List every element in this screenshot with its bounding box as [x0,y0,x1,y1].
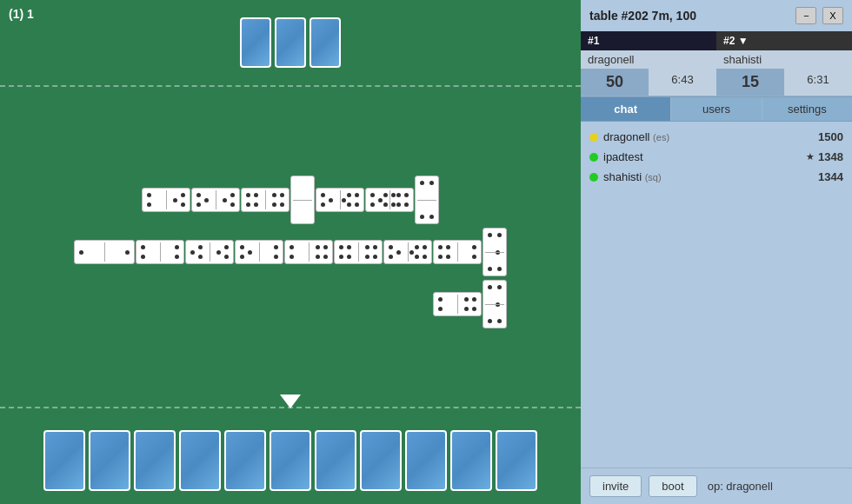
star-icon-ipadtest: ★ [806,151,815,162]
domino[interactable] [74,240,135,264]
player-card[interactable] [43,430,85,491]
minimize-button[interactable]: − [795,7,816,24]
user-row-ipadtest: ipadtest ★ 1348 [584,147,849,167]
table-info: table #202 7m, 100 [589,9,696,23]
player-card[interactable] [405,430,447,491]
p1-time-cell: 6:43 [649,69,716,96]
user-rating-shahisti: 1344 [818,170,843,183]
players-names-row: dragonell shahisti [581,50,852,69]
user-row-shahisti: shahisti (sq) 1344 [584,167,849,187]
domino-board [74,176,507,328]
domino[interactable] [383,240,432,264]
user-name-ipadtest: ipadtest [603,150,806,163]
player-hand [43,430,537,491]
title-bar: table #202 7m, 100 − X [581,0,852,31]
users-list: dragonell (es) 1500 ipadtest ★ 1348 shah… [581,122,852,468]
tab-settings[interactable]: settings [762,97,852,121]
player-card[interactable] [360,430,402,491]
user-rating-ipadtest: 1348 [818,150,843,163]
domino[interactable] [241,188,290,212]
p1-name-display: dragonell [581,50,716,69]
domino[interactable] [415,176,439,224]
player-card[interactable] [134,430,176,491]
tab-bar: chat users settings [581,96,852,122]
p1-header: #1 [581,31,716,50]
player-card[interactable] [315,430,356,491]
domino[interactable] [185,240,234,264]
board-row-1 [142,176,439,224]
opponent-cards [240,17,341,68]
board-area [9,96,572,408]
game-area: (1) 1 [0,0,581,504]
player-card[interactable] [224,430,266,491]
boot-button[interactable]: boot [649,475,696,497]
right-panel: table #202 7m, 100 − X #1 #2 ▼ dragonell… [581,0,852,504]
dashed-line-top [0,85,581,87]
domino[interactable] [290,176,315,224]
board-row-3 [74,280,507,328]
board-row-2 [74,228,507,276]
player-card[interactable] [179,430,221,491]
score-label: (1) 1 [9,7,34,21]
domino[interactable] [483,280,507,328]
domino[interactable] [433,292,482,316]
opponent-card [275,17,306,68]
player-card[interactable] [450,430,492,491]
domino[interactable] [235,240,283,264]
user-name-shahisti: shahisti (sq) [603,170,818,183]
p2-score-cell: 15 [716,69,784,96]
domino[interactable] [142,188,190,212]
p2-header: #2 ▼ [716,31,852,50]
status-dot-shahisti [589,173,598,182]
op-label: op: dragonell [708,480,773,493]
domino[interactable] [191,188,240,212]
domino[interactable] [136,240,184,264]
status-dot-ipadtest [589,153,598,162]
tab-chat[interactable]: chat [581,97,671,121]
domino[interactable] [433,240,482,264]
tab-users[interactable]: users [671,97,762,121]
player-card[interactable] [496,430,537,491]
player-card[interactable] [89,430,130,491]
arrow-indicator [280,395,301,408]
domino[interactable] [334,240,383,264]
user-row-dragonell: dragonell (es) 1500 [584,127,849,147]
opponent-card [240,17,271,68]
bottom-controls: invite boot op: dragonell [581,468,852,504]
player-card[interactable] [270,430,311,491]
players-header-row: #1 #2 ▼ [581,31,852,50]
opponent-card [310,17,341,68]
p1-score-cell: 50 [581,69,649,96]
p2-name-display: shahisti [716,50,852,69]
close-button[interactable]: X [822,7,843,24]
user-rating-dragonell: 1500 [818,130,843,143]
status-dot-dragonell [589,133,598,142]
domino[interactable] [316,188,364,212]
p2-time-cell: 6:31 [784,69,852,96]
scores-row: 50 6:43 15 6:31 [581,69,852,96]
window-controls: − X [793,7,843,24]
user-name-dragonell: dragonell (es) [603,130,818,143]
domino[interactable] [365,188,414,212]
domino[interactable] [483,228,507,276]
domino[interactable] [284,240,333,264]
invite-button[interactable]: invite [589,475,642,497]
